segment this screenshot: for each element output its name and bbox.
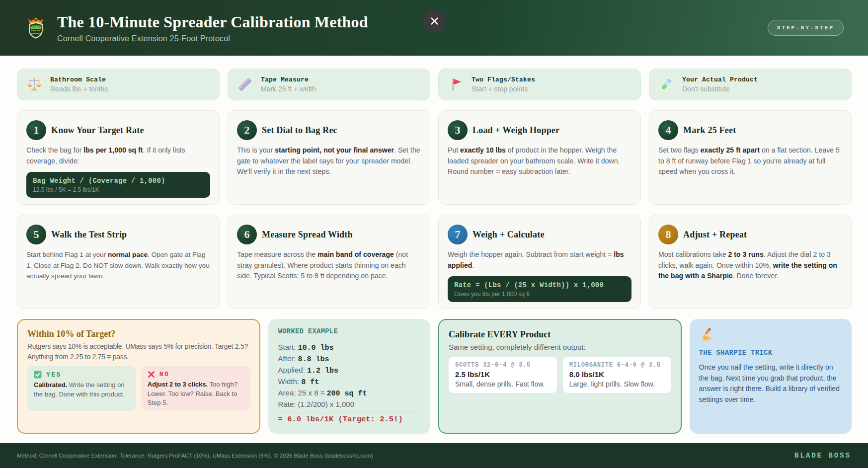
svg-text:BLADE BOSS: BLADE BOSS [31, 30, 41, 32]
